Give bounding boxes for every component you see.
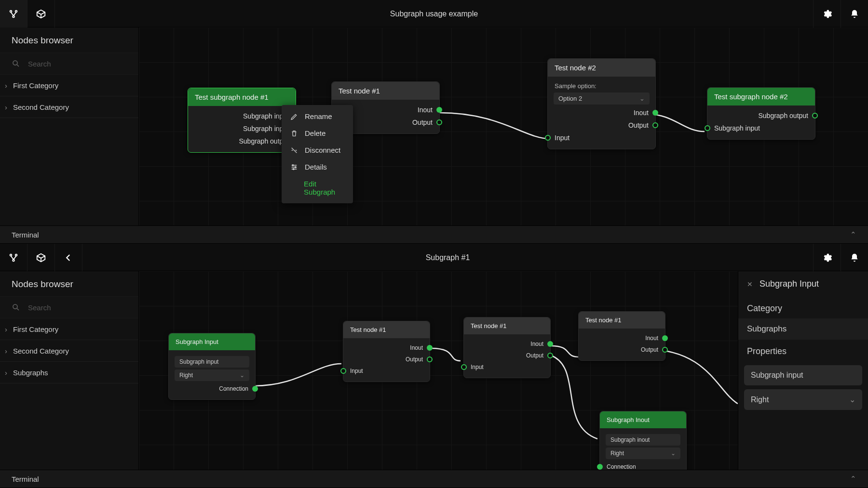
cube-icon[interactable] [27, 0, 55, 27]
port-inout[interactable]: Inout [548, 106, 655, 119]
port-output[interactable]: Output [464, 350, 550, 361]
port-inout[interactable]: Inout [343, 342, 430, 354]
field-side[interactable]: Right⌄ [606, 448, 680, 459]
ctx-delete[interactable]: Delete [282, 125, 353, 142]
sidebar-item-second-category[interactable]: ›Second Category [0, 96, 138, 118]
port-subgraph-output[interactable]: Subgraph output [188, 135, 296, 147]
search-box[interactable] [0, 53, 138, 75]
port-input[interactable]: Input [548, 132, 655, 144]
svg-point-5 [295, 166, 296, 168]
port-subgraph-input-1[interactable]: Subgraph input [188, 110, 296, 122]
trash-icon [290, 130, 298, 137]
terminal-label: Terminal [12, 231, 39, 239]
terminal-label: Terminal [12, 475, 39, 483]
lower-terminal[interactable]: Terminal ⌃ [0, 470, 868, 488]
node-subgraph-2[interactable]: Test subgraph node #2 Subgraph output Su… [707, 87, 815, 140]
search-icon [12, 303, 20, 312]
properties-heading: Properties [738, 340, 868, 361]
node-subgraph-1[interactable]: Test subgraph node #1 Subgraph input Sub… [188, 88, 296, 153]
property-name-input[interactable]: Subgraph input [744, 365, 862, 385]
option-select[interactable]: Option 2⌄ [554, 92, 650, 105]
close-icon[interactable]: ✕ [747, 280, 753, 288]
ctx-disconnect[interactable]: Disconnect [282, 142, 353, 158]
chevron-down-icon: ⌄ [671, 450, 676, 457]
node-title: Test subgraph node #1 [188, 88, 296, 106]
field-name[interactable]: Subgraph input [175, 356, 249, 368]
port-output[interactable]: Output [548, 119, 655, 132]
sidebar-item-first-category[interactable]: ›First Category [0, 318, 138, 340]
branch-icon[interactable] [0, 244, 27, 271]
node-title: Test subgraph node #2 [707, 88, 815, 106]
node-title: Subgraph Input [169, 333, 255, 350]
lower-canvas[interactable]: Subgraph Input Subgraph input Right⌄ Con… [139, 271, 738, 470]
node-test-2[interactable]: Test node #2 Sample option: Option 2⌄ In… [547, 58, 656, 149]
bell-icon[interactable] [841, 244, 868, 271]
chevron-down-icon: ⌄ [240, 372, 244, 379]
upper-title: Subgraph usage example [55, 0, 813, 27]
branch-icon[interactable] [0, 0, 27, 27]
back-icon[interactable] [55, 244, 82, 271]
pencil-icon [290, 113, 298, 120]
property-side-select[interactable]: Right⌄ [744, 389, 862, 410]
gear-icon[interactable] [813, 0, 841, 27]
upper-canvas[interactable]: Test subgraph node #1 Subgraph input Sub… [139, 27, 868, 225]
bell-icon[interactable] [841, 0, 868, 27]
node-title: Test node #2 [548, 59, 655, 77]
port-connection[interactable]: Connection [169, 383, 255, 395]
properties-panel: ✕ Subgraph Input Category Subgraphs Prop… [738, 271, 868, 470]
field-side[interactable]: Right⌄ [175, 369, 249, 381]
node-title: Test node #1 [332, 82, 439, 100]
category-value: Subgraphs [738, 318, 868, 340]
node-title: Subgraph Inout [600, 411, 686, 428]
node-subgraph-inout[interactable]: Subgraph Inout Subgraph inout Right⌄ Con… [599, 411, 687, 470]
chevron-up-icon[interactable]: ⌃ [850, 230, 856, 239]
gear-icon[interactable] [813, 244, 841, 271]
node-test-a[interactable]: Test node #1 Inout Output Input [343, 321, 430, 382]
lower-topbar: Subgraph #1 [0, 244, 868, 271]
port-inout[interactable]: Inout [579, 332, 665, 344]
lower-sidebar: Nodes browser ›First Category ›Second Ca… [0, 271, 139, 470]
svg-point-2 [13, 15, 14, 17]
port-output[interactable]: Output [579, 344, 665, 356]
node-test-c[interactable]: Test node #1 Inout Output [578, 311, 665, 361]
svg-point-10 [13, 304, 17, 309]
port-connection[interactable]: Connection [600, 461, 686, 470]
node-title: Test node #1 [464, 317, 550, 334]
ctx-edit-subgraph[interactable]: Edit Subgraph [282, 175, 353, 200]
sliders-icon [290, 163, 298, 171]
disconnect-icon [290, 146, 298, 154]
upper-editor: Subgraph usage example Nodes browser ›Fi… [0, 0, 868, 244]
port-inout[interactable]: Inout [464, 338, 550, 350]
upper-topbar: Subgraph usage example [0, 0, 868, 27]
ctx-details[interactable]: Details [282, 158, 353, 175]
ctx-rename[interactable]: Rename [282, 108, 353, 125]
port-output[interactable]: Output [343, 354, 430, 365]
sidebar-item-first-category[interactable]: ›First Category [0, 75, 138, 96]
node-subgraph-input[interactable]: Subgraph Input Subgraph input Right⌄ Con… [168, 333, 256, 400]
node-title: Test node #1 [579, 312, 665, 329]
svg-point-6 [293, 168, 294, 170]
port-subgraph-output[interactable]: Subgraph output [707, 109, 815, 122]
search-icon [12, 59, 20, 68]
sidebar-title: Nodes browser [0, 271, 138, 296]
upper-terminal[interactable]: Terminal ⌃ [0, 225, 868, 244]
svg-point-7 [10, 254, 12, 256]
node-title: Test node #1 [343, 321, 430, 338]
svg-point-8 [15, 254, 17, 256]
port-input[interactable]: Input [464, 361, 550, 373]
node-test-b[interactable]: Test node #1 Inout Output Input [463, 317, 551, 378]
svg-point-0 [10, 10, 12, 12]
chevron-up-icon[interactable]: ⌃ [850, 475, 856, 483]
sidebar-item-second-category[interactable]: ›Second Category [0, 340, 138, 362]
cube-icon[interactable] [27, 244, 55, 271]
search-input[interactable] [28, 60, 127, 68]
chevron-down-icon: ⌄ [639, 95, 645, 102]
svg-point-9 [13, 259, 14, 261]
search-box[interactable] [0, 296, 138, 318]
search-input[interactable] [28, 303, 127, 312]
port-subgraph-input-2[interactable]: Subgraph input [188, 122, 296, 135]
port-subgraph-input[interactable]: Subgraph input [707, 122, 815, 134]
field-name[interactable]: Subgraph inout [606, 434, 680, 446]
port-input[interactable]: Input [343, 365, 430, 377]
sidebar-item-subgraphs[interactable]: ›Subgraphs [0, 362, 138, 383]
